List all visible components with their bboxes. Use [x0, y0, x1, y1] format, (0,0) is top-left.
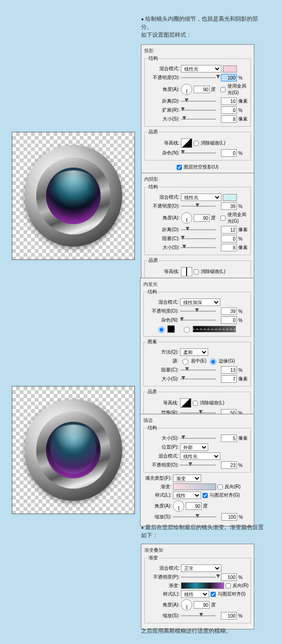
fill-type-select[interactable]: 渐变 — [173, 475, 201, 482]
opacity-input[interactable] — [221, 202, 237, 210]
angle-dial[interactable] — [181, 599, 192, 611]
scale-slider[interactable] — [173, 515, 220, 519]
opacity-slider[interactable] — [180, 309, 219, 314]
panel-stroke: 描边 结构 大小(S): 像素 位置(P): 外部 混合模式: 线性光 不透明度… — [140, 414, 254, 526]
size-input[interactable] — [221, 435, 237, 442]
size-slider[interactable] — [180, 436, 219, 441]
align-with-layer-checkbox[interactable]: 与图层对齐(I) — [211, 591, 245, 597]
scale-input[interactable] — [221, 612, 237, 620]
anti-alias-checkbox[interactable]: 消除锯齿(L) — [194, 140, 225, 146]
size-slider[interactable] — [180, 377, 219, 381]
spread-slider[interactable] — [181, 108, 219, 113]
panel-title: 描边 — [143, 417, 252, 424]
opacity-input[interactable] — [221, 307, 237, 315]
noise-input[interactable] — [221, 316, 237, 324]
instruction-1: ● 绘制镜头内圈的细节，也就是高光和阴影的部分。 如下设置图层样式： — [141, 15, 268, 39]
style-select[interactable]: 线性 — [173, 491, 201, 499]
group-elements: 图素 方法(Q): 柔和 源: 居中(E) 边缘(G) 阻塞(C): % 大小(… — [143, 338, 251, 386]
align-with-layer-checkbox[interactable]: 与图层对齐(G) — [203, 492, 240, 499]
angle-input[interactable] — [194, 214, 210, 222]
choke-slider[interactable] — [180, 368, 219, 372]
lens-preview-1 — [12, 132, 135, 260]
distance-slider[interactable] — [181, 227, 219, 232]
panel-inner-shadow: 内阴影 结构 混合模式: 线性光 不透明度(O): % 角度(A): 度 使用全… — [141, 173, 254, 295]
blend-mode-select[interactable]: 正常 — [181, 564, 221, 572]
gradient-radio[interactable] — [181, 325, 191, 333]
size-input[interactable] — [221, 115, 237, 123]
reverse-checkbox[interactable]: 反向(R) — [218, 483, 241, 490]
group-quality: 品质 等高线: 消除锯齿(L) 杂色(N): % — [144, 129, 251, 161]
distance-slider[interactable] — [181, 99, 219, 104]
blend-mode-select[interactable]: 线性光 — [180, 452, 220, 460]
panel-title: 内发光 — [143, 281, 252, 288]
style-select[interactable]: 线性 — [181, 590, 209, 598]
panel-gradient-overlay: 渐变叠加 渐变 混合模式: 正常 不透明度(P): % 渐变: 反向(R) 样式… — [141, 544, 254, 629]
contour-picker[interactable] — [181, 138, 192, 148]
opacity-slider[interactable] — [181, 575, 219, 580]
noise-input[interactable] — [221, 149, 237, 157]
angle-dial[interactable] — [181, 212, 192, 224]
gradient-picker[interactable] — [193, 326, 236, 332]
source-center-radio[interactable]: 居中(E) — [180, 357, 206, 365]
noise-slider[interactable] — [180, 318, 219, 322]
lens-preview-2 — [12, 386, 135, 514]
group-structure: 结构 混合模式: 线性光 不透明度(O): % 角度(A): 度 使用全局光(G… — [144, 55, 251, 127]
group-structure: 结构 混合模式: 线性加深 不透明度(O): % 杂色(N): % — [143, 289, 251, 337]
blend-mode-select[interactable]: 线性加深 — [180, 298, 220, 306]
color-swatch[interactable] — [167, 325, 175, 333]
group-structure: 结构 大小(S): 像素 位置(P): 外部 混合模式: 线性光 不透明度(O)… — [143, 425, 251, 473]
opacity-slider[interactable] — [181, 204, 219, 209]
instruction-3: 之后应用高斯模糊进行适度的模糊。 — [141, 627, 268, 635]
opacity-slider[interactable] — [180, 463, 219, 467]
color-swatch[interactable] — [223, 65, 237, 72]
contour-picker[interactable] — [181, 267, 192, 276]
opacity-input[interactable] — [221, 461, 237, 469]
position-select[interactable]: 外部 — [180, 443, 208, 451]
angle-input[interactable] — [186, 502, 202, 510]
anti-alias-checkbox[interactable]: 消除锯齿(L) — [194, 268, 225, 275]
angle-dial[interactable] — [181, 84, 192, 95]
distance-input[interactable] — [221, 97, 237, 105]
distance-input[interactable] — [221, 226, 237, 233]
size-input[interactable] — [221, 244, 237, 251]
opacity-input[interactable] — [221, 573, 237, 581]
color-radio[interactable] — [156, 325, 166, 333]
panel-title: 内阴影 — [144, 176, 252, 183]
instruction-2: ● 最后在里层绘制最后的镜头渐变。渐变颜色设置如下： — [141, 523, 268, 539]
use-global-light-checkbox[interactable]: 使用全局光(G) — [220, 211, 249, 225]
use-global-light-checkbox[interactable]: 使用全局光(G) — [220, 83, 249, 96]
scale-input[interactable] — [221, 513, 237, 521]
group-structure: 结构 混合模式: 线性光 不透明度(O): % 角度(A): 度 使用全局光(G… — [144, 184, 251, 255]
angle-input[interactable] — [194, 86, 210, 93]
blend-mode-select[interactable]: 线性光 — [181, 193, 221, 201]
group-gradient: 渐变 混合模式: 正常 不透明度(P): % 渐变: 反向(R) 样式(L): … — [144, 555, 251, 623]
technique-select[interactable]: 柔和 — [180, 348, 208, 356]
anti-alias-checkbox[interactable]: 消除锯齿(L) — [193, 400, 224, 406]
spread-input[interactable] — [221, 106, 237, 114]
contour-picker[interactable] — [180, 398, 191, 408]
reverse-checkbox[interactable]: 反向(R) — [226, 582, 249, 589]
opacity-slider[interactable] — [181, 75, 219, 80]
scale-slider[interactable] — [181, 613, 219, 618]
choke-input[interactable] — [221, 366, 237, 374]
noise-slider[interactable] — [181, 151, 219, 155]
size-input[interactable] — [221, 375, 237, 383]
opacity-input[interactable] — [221, 74, 237, 81]
angle-input[interactable] — [194, 601, 210, 609]
panel-inner-glow: 内发光 结构 混合模式: 线性加深 不透明度(O): % 杂色(N): % 图素 — [140, 278, 254, 435]
gradient-picker[interactable] — [173, 483, 216, 490]
panel-drop-shadow: 投影 结构 混合模式: 线性光 不透明度(O): % 角度(A): 度 使用全局… — [141, 44, 254, 177]
layer-knockout-checkbox[interactable]: 图层挖空投影(U) — [177, 164, 219, 170]
color-swatch[interactable] — [223, 194, 237, 201]
size-slider[interactable] — [181, 117, 219, 121]
angle-dial[interactable] — [173, 500, 184, 512]
size-slider[interactable] — [181, 245, 219, 250]
blend-mode-select[interactable]: 线性光 — [181, 65, 221, 72]
source-edge-radio[interactable]: 边缘(G) — [208, 357, 235, 365]
choke-slider[interactable] — [181, 236, 219, 241]
gradient-picker[interactable] — [181, 582, 224, 589]
panel-title: 渐变叠加 — [144, 547, 252, 554]
choke-input[interactable] — [221, 235, 237, 242]
panel-title: 投影 — [144, 48, 252, 54]
